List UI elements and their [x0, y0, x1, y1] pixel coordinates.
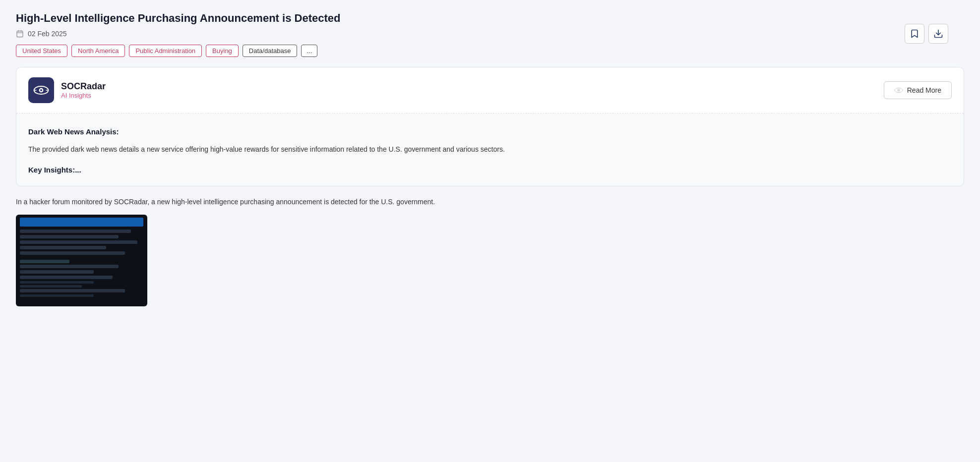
- tag-buying[interactable]: Buying: [206, 45, 239, 57]
- tags-row: United States North America Public Admin…: [16, 45, 964, 57]
- dark-web-screenshot: [16, 215, 147, 306]
- read-more-label: Read More: [907, 86, 941, 94]
- insight-brand: SOCRadar AI Insights: [28, 77, 106, 103]
- brand-name: SOCRadar: [61, 81, 106, 92]
- brand-subtitle: AI Insights: [61, 92, 106, 99]
- svg-point-7: [40, 89, 42, 91]
- tag-united-states[interactable]: United States: [16, 45, 67, 57]
- svg-rect-1: [17, 31, 23, 37]
- read-more-button[interactable]: Read More: [884, 81, 952, 99]
- analysis-text: The provided dark web news details a new…: [28, 144, 952, 155]
- read-more-icon: [894, 86, 903, 95]
- page-title: High-Level Intelligence Purchasing Annou…: [16, 12, 964, 25]
- date-row: 02 Feb 2025: [16, 30, 964, 38]
- bookmark-button[interactable]: [905, 24, 924, 44]
- insight-header: SOCRadar AI Insights Read More: [16, 67, 964, 114]
- date-text: 02 Feb 2025: [28, 30, 67, 38]
- download-icon: [933, 29, 943, 39]
- insight-card: SOCRadar AI Insights Read More Dark Web …: [16, 67, 964, 186]
- top-actions: [905, 24, 948, 44]
- brand-info: SOCRadar AI Insights: [61, 81, 106, 99]
- analysis-title: Dark Web News Analysis:: [28, 127, 952, 136]
- intro-text: In a hacker forum monitored by SOCRadar,…: [16, 196, 964, 207]
- socradar-logo-icon: [33, 82, 49, 98]
- download-button[interactable]: [928, 24, 948, 44]
- key-insights-title: Key Insights:...: [28, 166, 952, 174]
- brand-logo: [28, 77, 54, 103]
- tag-public-administration[interactable]: Public Administration: [129, 45, 202, 57]
- tag-data-database[interactable]: Data/database: [243, 45, 298, 57]
- tag-north-america[interactable]: North America: [71, 45, 125, 57]
- tag-more[interactable]: ...: [301, 45, 317, 57]
- svg-point-12: [898, 90, 899, 91]
- bookmark-icon: [910, 29, 919, 39]
- insight-body: Dark Web News Analysis: The provided dar…: [16, 114, 964, 186]
- calendar-icon: [16, 30, 24, 38]
